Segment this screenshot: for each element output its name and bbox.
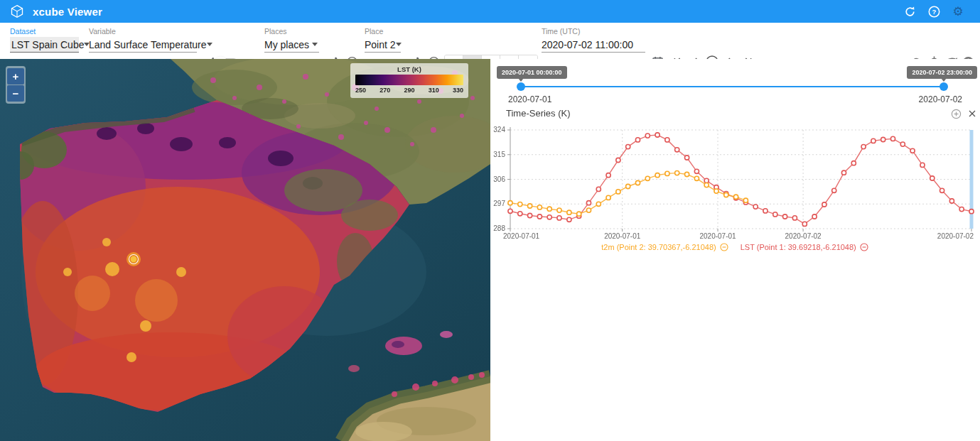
time-range-track[interactable] — [521, 86, 944, 87]
dataset-label: Dataset — [10, 27, 79, 36]
legend-colorbar — [355, 75, 463, 85]
range-end-chip: 2020-07-02 23:00:00 — [907, 66, 977, 79]
svg-text:2020-07-01: 2020-07-01 — [503, 232, 540, 240]
range-start-label: 2020-07-01 — [508, 94, 551, 104]
help-button[interactable] — [922, 1, 946, 21]
svg-text:306: 306 — [493, 175, 505, 183]
time-field: Time (UTC) 2020-07-02 11:00:00 — [542, 27, 645, 53]
legend-tick: 330 — [453, 87, 463, 94]
chevron-down-icon — [207, 43, 212, 46]
time-range-start-thumb[interactable] — [517, 82, 525, 91]
legend-ticks: 250 270 290 310 330 — [355, 87, 463, 94]
places-select-field: Places My places — [264, 27, 319, 53]
timeseries-header: Time-Series (K) — [490, 107, 980, 122]
svg-text:2020-07-01: 2020-07-01 — [604, 232, 641, 240]
time-label: Time (UTC) — [542, 27, 645, 36]
legend-item: LST (Point 1: 39.69218,-6.21048) — [741, 242, 869, 252]
map-zoom-control: + − — [6, 66, 26, 104]
legend-series-label: LST (Point 1: 39.69218,-6.21048) — [741, 243, 856, 251]
add-timeseries-button[interactable] — [949, 107, 963, 121]
legend-tick: 270 — [379, 87, 390, 94]
xcube-logo-icon — [10, 4, 24, 18]
timeseries-chart[interactable]: 2882973063153242020-07-012020-07-012020-… — [490, 121, 980, 246]
toolbar: Dataset LST Spain Cube Variable Land Sur… — [0, 23, 980, 59]
range-start-chip-pointer — [518, 78, 524, 82]
gear-icon: ⚙ — [952, 6, 963, 18]
app-title: xcube Viewer — [33, 6, 102, 18]
svg-text:288: 288 — [493, 224, 505, 232]
legend-tick: 310 — [429, 87, 439, 94]
dataset-select-field: Dataset LST Spain Cube — [10, 27, 79, 53]
svg-text:315: 315 — [493, 151, 505, 158]
variable-label: Variable — [89, 27, 197, 36]
plus-circle-icon — [950, 108, 962, 120]
range-start-chip: 2020-07-01 00:00:00 — [497, 66, 567, 79]
svg-text:2020-07-01: 2020-07-01 — [699, 232, 736, 240]
map-view[interactable]: + − LST (K) 250 270 290 310 330 — [0, 59, 490, 441]
refresh-button[interactable] — [898, 1, 922, 21]
zoom-out-button[interactable]: − — [7, 85, 24, 102]
place-label: Place — [365, 27, 401, 36]
chart-legend: t2m (Point 2: 39.70367,-6.21048)LST (Poi… — [490, 242, 980, 252]
places-select[interactable]: My places — [264, 37, 319, 53]
dataset-select[interactable]: LST Spain Cube — [10, 37, 79, 53]
settings-button[interactable]: ⚙ — [946, 1, 970, 21]
xcube-viewer-app: xcube Viewer ⚙ Dataset LST Spain Cube Va… — [0, 0, 980, 441]
close-timeseries-button[interactable] — [965, 107, 979, 121]
refresh-icon — [903, 5, 917, 18]
remove-series-icon[interactable] — [859, 242, 869, 252]
zoom-in-button[interactable]: + — [7, 68, 24, 85]
legend-title: LST (K) — [355, 65, 463, 73]
timeseries-title: Time-Series (K) — [506, 108, 571, 119]
range-end-chip-pointer — [941, 78, 947, 82]
legend-series-label: t2m (Point 2: 39.70367,-6.21048) — [601, 243, 716, 251]
svg-text:2020-07-02: 2020-07-02 — [785, 232, 822, 240]
chevron-down-icon — [396, 43, 402, 46]
range-end-label: 2020-07-02 — [919, 94, 962, 104]
app-bar: xcube Viewer ⚙ — [0, 0, 980, 23]
svg-text:2020-07-02: 2020-07-02 — [937, 232, 974, 240]
place-select[interactable]: Point 2 — [365, 37, 401, 53]
svg-text:297: 297 — [493, 200, 505, 207]
svg-text:324: 324 — [493, 126, 505, 134]
close-icon — [966, 108, 978, 119]
time-input[interactable]: 2020-07-02 11:00:00 — [542, 37, 645, 53]
map-canvas — [0, 59, 490, 441]
variable-select-field: Variable Land Surface Temperature — [89, 27, 197, 53]
place-select-field: Place Point 2 — [365, 27, 401, 53]
time-range-end-thumb[interactable] — [939, 82, 948, 91]
help-icon — [927, 5, 941, 18]
map-color-legend: LST (K) 250 270 290 310 330 — [350, 63, 468, 98]
timeseries-chart-svg: 2882973063153242020-07-012020-07-012020-… — [490, 121, 980, 246]
variable-select[interactable]: Land Surface Temperature — [89, 37, 197, 53]
timeseries-panel: 2020-07-01 00:00:00 2020-07-02 23:00:00 … — [490, 59, 980, 441]
legend-tick: 290 — [404, 87, 414, 94]
map-point-marker[interactable] — [126, 252, 141, 266]
places-label: Places — [264, 27, 319, 36]
remove-series-icon[interactable] — [719, 242, 729, 252]
legend-item: t2m (Point 2: 39.70367,-6.21048) — [601, 242, 728, 252]
chevron-down-icon — [312, 43, 318, 46]
legend-tick: 250 — [355, 87, 366, 94]
